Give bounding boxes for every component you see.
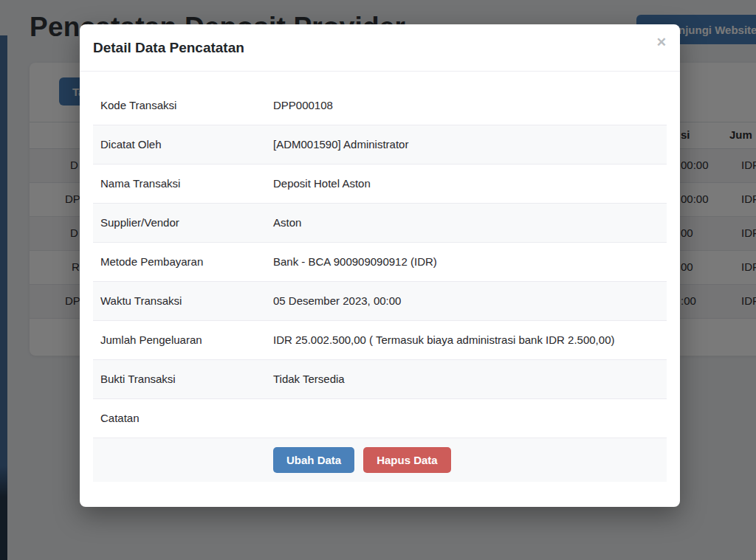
detail-label: Metode Pembayaran xyxy=(100,253,273,271)
detail-value: Deposit Hotel Aston xyxy=(273,175,626,193)
detail-label: Nama Transaksi xyxy=(100,175,273,193)
detail-row-metode-pembayaran: Metode Pembayaran Bank - BCA 90090909091… xyxy=(93,242,667,281)
detail-row-jumlah-pengeluaran: Jumlah Pengeluaran IDR 25.002.500,00 ( T… xyxy=(93,320,667,359)
detail-label: Jumlah Pengeluaran xyxy=(100,331,273,349)
modal-header: Detail Data Pencatatan ✕ xyxy=(80,24,680,72)
modal-title: Detail Data Pencatatan xyxy=(93,40,244,56)
modal-footer-row: Ubah Data Hapus Data xyxy=(93,438,667,482)
close-icon[interactable]: ✕ xyxy=(656,36,667,49)
detail-value: IDR 25.002.500,00 ( Termasuk biaya admin… xyxy=(273,331,626,349)
delete-data-button[interactable]: Hapus Data xyxy=(363,447,451,473)
detail-row-catatan: Catatan xyxy=(93,398,667,438)
detail-value: Bank - BCA 900909090912 (IDR) xyxy=(273,253,626,271)
detail-row-dicatat-oleh: Dicatat Oleh [ADM001590] Administrator xyxy=(93,125,667,164)
detail-label: Supplier/Vendor xyxy=(100,214,273,232)
detail-row-kode-transaksi: Kode Transaksi DPP000108 xyxy=(93,86,667,125)
detail-row-waktu-transaksi: Waktu Transaksi 05 Desember 2023, 00:00 xyxy=(93,281,667,320)
detail-value: 05 Desember 2023, 00:00 xyxy=(273,292,626,310)
modal-body: Kode Transaksi DPP000108 Dicatat Oleh [A… xyxy=(80,72,680,507)
detail-label: Bukti Transaksi xyxy=(100,370,273,388)
detail-label: Waktu Transaksi xyxy=(100,292,273,310)
detail-label: Dicatat Oleh xyxy=(100,136,273,153)
edit-data-button[interactable]: Ubah Data xyxy=(273,447,354,473)
detail-label: Kode Transaksi xyxy=(100,97,273,114)
detail-modal: Detail Data Pencatatan ✕ Kode Transaksi … xyxy=(80,24,680,507)
detail-row-supplier-vendor: Supplier/Vendor Aston xyxy=(93,203,667,242)
detail-row-nama-transaksi: Nama Transaksi Deposit Hotel Aston xyxy=(93,164,667,203)
detail-value: DPP000108 xyxy=(273,97,626,114)
detail-value: Tidak Tersedia xyxy=(273,370,626,388)
detail-value: [ADM001590] Administrator xyxy=(273,136,626,153)
detail-value: Aston xyxy=(273,214,626,232)
detail-label: Catatan xyxy=(100,409,273,427)
detail-row-bukti-transaksi: Bukti Transaksi Tidak Tersedia xyxy=(93,359,667,398)
